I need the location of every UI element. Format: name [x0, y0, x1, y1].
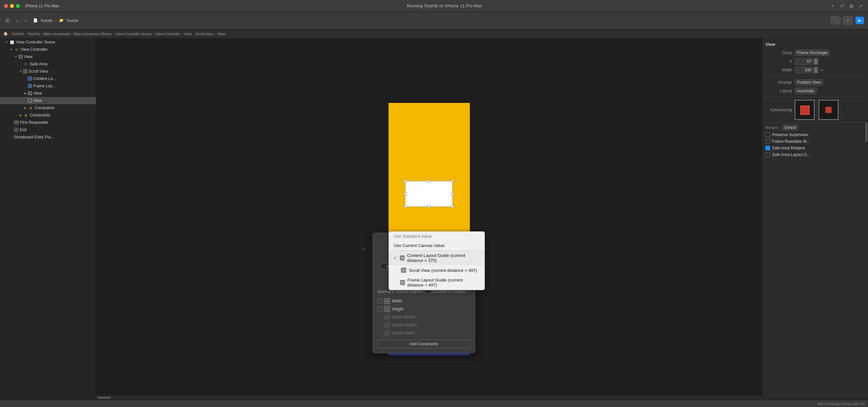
- handle-bottom-mid[interactable]: [427, 205, 430, 208]
- selected-view[interactable]: [405, 181, 453, 207]
- dropdown-use-current-canvas[interactable]: Use Current Canvas Value: [389, 241, 485, 250]
- right-panel-title: View: [766, 42, 865, 47]
- height-checkbox[interactable]: [378, 307, 382, 311]
- bc-item-4[interactable]: Main.storyboard (Base): [74, 32, 112, 36]
- sidebar-item-view[interactable]: ▼ View: [0, 53, 96, 60]
- sidebar-item-view3[interactable]: ▶ View: [0, 97, 96, 104]
- width-stepper-up[interactable]: ▲: [814, 67, 818, 70]
- handle-bottom-left[interactable]: [404, 205, 407, 208]
- scroll-view-icon: [23, 69, 27, 74]
- show-dropdown[interactable]: Frame Rectangle: [795, 50, 830, 56]
- equal-widths-checkbox[interactable]: [378, 315, 382, 319]
- handle-mid-right[interactable]: [451, 193, 454, 195]
- handle-mid-left[interactable]: [404, 193, 407, 195]
- forward-icon[interactable]: ›: [23, 17, 29, 24]
- handle-top-right[interactable]: [451, 180, 454, 182]
- expand-arrow-c1: ▶: [23, 106, 27, 110]
- back-icon[interactable]: ‹: [13, 17, 20, 24]
- autoresizing-row: Autoresizing: [766, 100, 865, 120]
- expand-arrow-c2: ▶: [19, 113, 23, 117]
- equal-heights-icon: ↕↕: [384, 322, 390, 328]
- follow-readable-checkbox[interactable]: [766, 139, 770, 144]
- width-row: Width ▲ ▼ H: [766, 67, 865, 74]
- guide-icon-2: G: [401, 268, 406, 273]
- safe-area-layout-checkbox[interactable]: [766, 152, 770, 157]
- bc-item-1[interactable]: TestXib: [12, 32, 24, 36]
- equal-heights-label: Equal Heights: [392, 323, 417, 327]
- view-icon: [19, 55, 23, 59]
- constraint-row-equal-heights: ↕↕ Equal Heights: [378, 321, 470, 329]
- autoresizing-box-1: [795, 100, 814, 120]
- close-button[interactable]: [4, 4, 8, 8]
- bc-item-9[interactable]: View: [217, 32, 225, 36]
- fullscreen-icon[interactable]: ⤢: [857, 3, 864, 9]
- dropdown-item-frame-layout-label: Frame Layout Guide (current distance = 4…: [407, 278, 480, 288]
- sidebar-item-content-la[interactable]: ▶ Content La...: [0, 75, 96, 82]
- layout-icon[interactable]: ⊞: [848, 3, 855, 9]
- sidebar-item-constraints2[interactable]: ▶ ⊞ Constraints: [0, 112, 96, 119]
- sidebar-item-exit[interactable]: ▶ E Exit: [0, 126, 96, 134]
- arrange-dropdown[interactable]: Position View: [795, 79, 823, 86]
- x-stepper-up[interactable]: ▲: [814, 58, 818, 61]
- maximize-button[interactable]: [16, 4, 20, 8]
- sidebar-item-first-responder[interactable]: ▶ FR First Responder: [0, 119, 96, 126]
- traffic-lights: [4, 4, 20, 8]
- width-stepper-down[interactable]: ▼: [814, 70, 818, 74]
- view3-icon: [28, 98, 32, 103]
- canvas-horizontal-scrollbar[interactable]: [96, 395, 762, 400]
- handle-bottom-right[interactable]: [451, 205, 454, 208]
- bc-item-2[interactable]: TestXib: [28, 32, 39, 36]
- safe-area-relative-row: Safe Area Relative: [766, 145, 865, 151]
- run-button[interactable]: ▶: [856, 17, 864, 24]
- equal-heights-checkbox[interactable]: [378, 323, 382, 327]
- bc-item-5[interactable]: View Controller Scene: [116, 32, 152, 36]
- handle-top-mid[interactable]: [427, 180, 430, 182]
- expand-arrow-view: ▼: [14, 55, 18, 59]
- constraints1-icon: ⊞: [28, 105, 33, 111]
- sidebar-item-view2[interactable]: ▶ View: [0, 90, 96, 97]
- sidebar-item-storyboard-entry[interactable]: → Storyboard Entry Poi...: [0, 134, 96, 141]
- autoresizing-inner-2: [826, 107, 832, 113]
- x-input[interactable]: [795, 58, 813, 65]
- show-row: Show Frame Rectangle: [766, 50, 865, 56]
- bc-item-8[interactable]: Scroll View: [195, 32, 213, 36]
- dropdown-item-content-layout[interactable]: ✓ G Content Layout Guide (current distan…: [389, 251, 485, 265]
- safe-area-relative-checkbox[interactable]: [766, 146, 770, 150]
- width-input[interactable]: [795, 67, 813, 74]
- preserve-superview-checkbox[interactable]: [766, 133, 770, 137]
- canvas: → Add New Constraints 375.0 ▼: [96, 38, 762, 400]
- layout-dropdown[interactable]: Automatic: [795, 88, 817, 94]
- x-stepper-down[interactable]: ▼: [814, 61, 818, 65]
- bc-item-6[interactable]: View Controller: [155, 32, 180, 36]
- sidebar-item-safe-area[interactable]: ▶ ⊞ Safe Area: [0, 60, 96, 68]
- aspect-ratio-checkbox[interactable]: [378, 331, 382, 335]
- sidebar-item-vc-scene[interactable]: ▼ ⬜ View Controller Scene: [0, 38, 96, 46]
- sidebar-item-constraints1[interactable]: ▶ ⊞ Constraints: [0, 104, 96, 112]
- constraint-row-equal-widths: ⟺⟺ Equal Widths: [378, 313, 470, 321]
- return-icon[interactable]: ⏎: [839, 3, 845, 9]
- guide-icon-1: G: [400, 255, 404, 261]
- sidebar-item-scroll-view[interactable]: ▼ Scroll View: [0, 68, 96, 75]
- handle-top-left[interactable]: [404, 180, 407, 182]
- sidebar-item-vc[interactable]: ▼ ⊡ View Controller: [0, 46, 96, 53]
- minimize-button[interactable]: [10, 4, 14, 8]
- safe-area-layout-row: Safe Area Layout G...: [766, 151, 865, 158]
- library-toggle[interactable]: ＋: [843, 16, 853, 25]
- bc-item-3[interactable]: Main.storyboard: [43, 32, 70, 36]
- add-constraints-button[interactable]: Add Constraints: [378, 340, 470, 348]
- breadcrumb: 🏠 › TestXib › TestXib › Main.storyboard …: [0, 29, 868, 38]
- sidebar-item-vc-label: View Controller: [21, 47, 48, 52]
- expand-arrow-view2: ▶: [23, 91, 27, 95]
- inspector-toggle[interactable]: ⋮: [831, 17, 840, 24]
- show-label: Show: [766, 51, 792, 55]
- margins-dropdown[interactable]: Default: [782, 124, 798, 130]
- content-la-icon: [28, 77, 32, 81]
- dropdown-item-scroll-view[interactable]: ✓ G Scroll View (current distance = 497): [389, 265, 485, 275]
- sidebar-item-frame-lay[interactable]: ▶ Frame Lay...: [0, 82, 96, 90]
- constraint-row-height: ↕ Height: [378, 305, 470, 313]
- bc-item-7[interactable]: View: [184, 32, 192, 36]
- sidebar-toggle-icon[interactable]: ☰: [4, 17, 11, 24]
- dropdown-item-frame-layout[interactable]: ✓ G Frame Layout Guide (current distance…: [389, 275, 485, 290]
- width-checkbox[interactable]: [378, 299, 382, 303]
- add-tab-icon[interactable]: ＋: [830, 3, 836, 9]
